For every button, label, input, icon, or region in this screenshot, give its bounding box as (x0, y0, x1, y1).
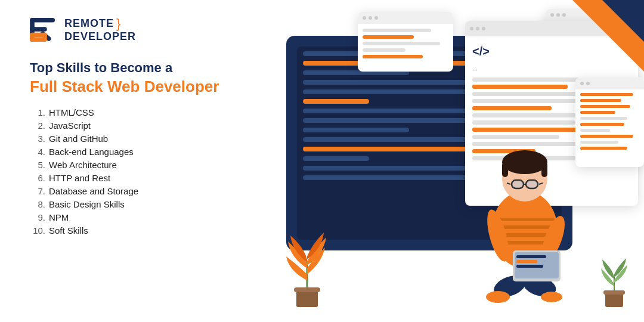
developer-character (459, 119, 590, 310)
skill-item-4: 4.Back-end Languages (30, 147, 227, 157)
skill-item-8: 8.Basic Design Skills (30, 199, 227, 209)
svg-rect-15 (526, 180, 538, 188)
skill-item-9: 9.NPM (30, 212, 227, 222)
svg-rect-38 (603, 290, 625, 295)
skill-item-3: 3.Git and GitHub (30, 134, 227, 144)
svg-rect-35 (294, 287, 320, 292)
svg-point-11 (502, 150, 547, 174)
skill-text: HTTP and Rest (49, 173, 110, 183)
skill-text: Soft Skills (49, 225, 88, 236)
svg-rect-3 (42, 27, 47, 32)
skill-text: HTML/CSS (49, 107, 94, 117)
skill-number: 3. (30, 134, 45, 144)
skill-number: 9. (30, 212, 45, 222)
skill-text: Basic Design Skills (49, 199, 125, 209)
skill-number: 2. (30, 120, 45, 131)
skill-number: 10. (30, 225, 45, 236)
logo-icon (30, 18, 58, 42)
skill-item-7: 7.Database and Storage (30, 186, 227, 196)
svg-rect-33 (516, 265, 543, 268)
skill-text: Web Architecture (49, 160, 117, 170)
corner-decoration-bottom-left (0, 262, 60, 322)
logo-developer-text: DEVELOPER (64, 31, 136, 43)
svg-point-27 (486, 291, 510, 303)
svg-rect-13 (541, 162, 547, 177)
skill-number: 5. (30, 160, 45, 170)
skill-text: Back-end Languages (49, 147, 134, 157)
skill-item-5: 5.Web Architecture (30, 160, 227, 170)
skill-text: Database and Storage (49, 186, 138, 196)
headline-line2: Full Stack Web Developer (30, 77, 227, 97)
corner-decoration-top-right (572, 0, 644, 72)
skill-text: Git and GitHub (49, 134, 108, 144)
skill-number: 4. (30, 147, 45, 157)
plant-left (283, 233, 331, 310)
logo: REMOTE } DEVELOPER (30, 17, 227, 43)
skill-text: NPM (49, 212, 69, 222)
browser-window-secondary-1 (358, 12, 453, 72)
skills-list: 1.HTML/CSS2.JavaScript3.Git and GitHub4.… (30, 107, 227, 239)
headline-line1: Top Skills to Become a (30, 60, 227, 77)
skill-text: JavaScript (49, 120, 91, 131)
logo-text: REMOTE } DEVELOPER (64, 17, 136, 43)
skill-item-6: 6.HTTP and Rest (30, 173, 227, 183)
skill-number: 1. (30, 107, 45, 117)
skill-item-1: 1.HTML/CSS (30, 107, 227, 117)
svg-rect-31 (516, 255, 546, 258)
skill-number: 6. (30, 173, 45, 183)
headline: Top Skills to Become a Full Stack Web De… (30, 60, 227, 97)
skill-number: 7. (30, 186, 45, 196)
svg-rect-19 (495, 218, 555, 221)
svg-rect-32 (516, 260, 537, 263)
skill-item-10: 10.Soft Skills (30, 225, 227, 236)
skill-number: 8. (30, 199, 45, 209)
logo-remote-text: REMOTE (64, 18, 114, 30)
svg-point-28 (541, 292, 562, 302)
logo-brace: } (116, 17, 120, 31)
plant-right (596, 256, 632, 310)
skill-item-2: 2.JavaScript (30, 120, 227, 131)
svg-rect-12 (502, 162, 508, 177)
svg-rect-14 (512, 180, 524, 188)
svg-rect-8 (42, 33, 47, 42)
